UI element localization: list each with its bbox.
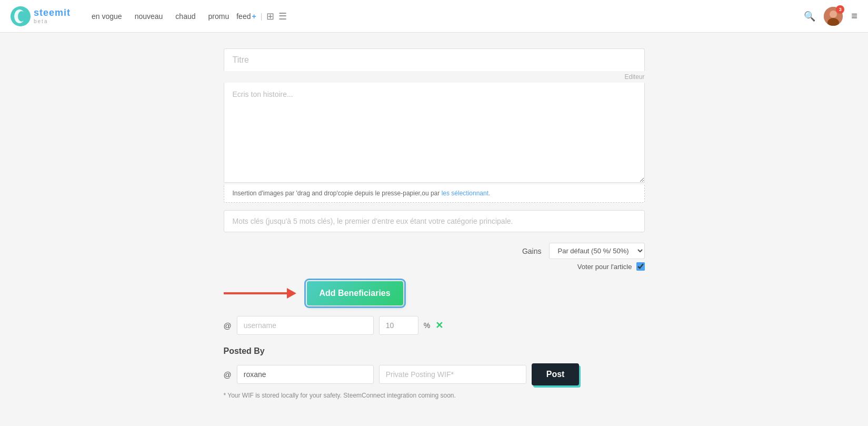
title-input[interactable] (224, 48, 645, 71)
nav-en-vogue[interactable]: en vogue (86, 9, 127, 24)
notification-badge: 3 (836, 5, 844, 14)
beneficiary-fields: @ % ✕ (224, 316, 645, 335)
beneficiaries-row: Add Beneficiaries (224, 281, 645, 305)
beneficiary-username-input[interactable] (237, 316, 374, 335)
nav-promu[interactable]: promu (203, 9, 235, 24)
add-beneficiaries-button[interactable]: Add Beneficiaries (307, 281, 403, 305)
beneficiary-percent-input[interactable] (379, 316, 418, 335)
image-hint-text: Insertion d'images par 'drag and drop'co… (233, 190, 442, 197)
image-hint-link[interactable]: les sélectionnant. (442, 190, 491, 197)
posted-by-at-symbol: @ (224, 370, 232, 379)
grid-view-icon[interactable]: ⊞ (266, 11, 274, 22)
vote-row: Voter pour l'article (224, 262, 645, 271)
arrow-shaft (224, 292, 287, 294)
poster-username-input[interactable] (237, 365, 374, 384)
post-button[interactable]: Post (532, 363, 580, 385)
title-editor-group: Editeur (224, 48, 645, 184)
logo-steemit: steemit (34, 8, 71, 18)
nav-chaud[interactable]: chaud (170, 9, 201, 24)
wif-note: * Your WIF is stored locally for your sa… (224, 392, 645, 399)
at-symbol: @ (224, 321, 232, 330)
remove-beneficiary-button[interactable]: ✕ (435, 320, 443, 331)
main-header: steemit beta en vogue nouveau chaud prom… (0, 0, 868, 33)
arrow-indicator (224, 288, 296, 299)
post-form: Editeur Insertion d'images par 'drag and… (224, 48, 645, 399)
hamburger-menu-icon[interactable]: ≡ (851, 10, 857, 22)
feed-plus-icon: + (252, 12, 256, 21)
arrow-head (287, 288, 296, 299)
main-nav: en vogue nouveau chaud promu feed+ | ⊞ ☰ (86, 9, 804, 24)
vote-label: Voter pour l'article (577, 263, 632, 271)
nav-feed[interactable]: feed+ (236, 12, 256, 21)
nav-nouveau[interactable]: nouveau (129, 9, 168, 24)
svg-point-2 (18, 11, 25, 22)
wif-input[interactable] (379, 365, 526, 384)
image-hint: Insertion d'images par 'drag and drop'co… (224, 184, 645, 203)
gains-label: Gains (522, 247, 542, 255)
posted-by-label: Posted By (224, 346, 645, 356)
main-content: Editeur Insertion d'images par 'drag and… (0, 33, 868, 415)
tags-input[interactable] (224, 210, 645, 232)
percent-symbol: % (424, 321, 430, 330)
search-icon[interactable]: 🔍 (804, 11, 815, 22)
story-textarea[interactable] (224, 83, 645, 183)
posted-by-fields: @ Post (224, 363, 645, 385)
header-right: 🔍 3 ≡ (804, 7, 857, 26)
avatar-wrap[interactable]: 3 (824, 7, 843, 26)
logo-beta: beta (34, 18, 71, 24)
nav-divider: | (261, 12, 263, 21)
logo-text: steemit beta (34, 8, 71, 24)
list-view-icon[interactable]: ☰ (278, 11, 287, 22)
gains-select[interactable]: Par défaut (50 %/ 50%) (549, 243, 645, 259)
steemit-logo-icon (11, 6, 31, 26)
options-row: Gains Par défaut (50 %/ 50%) (224, 243, 645, 259)
vote-checkbox[interactable] (636, 262, 645, 271)
logo-area[interactable]: steemit beta (11, 6, 71, 26)
editor-label-row: Editeur (224, 71, 645, 83)
view-icons: ⊞ ☰ (266, 11, 287, 22)
editor-label: Editeur (624, 73, 644, 81)
